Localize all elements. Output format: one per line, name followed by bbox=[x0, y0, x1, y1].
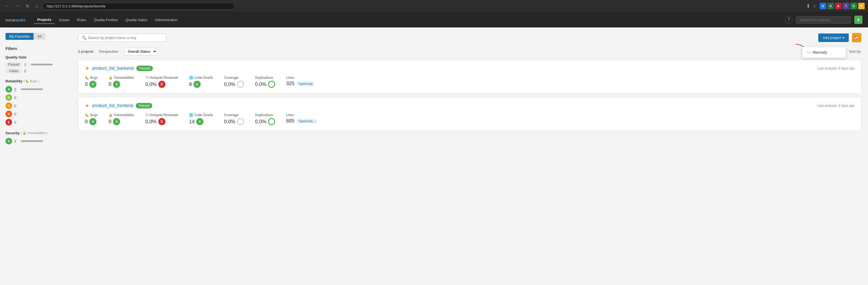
nav-links: Projects Issues Rules Quality Profiles Q… bbox=[34, 16, 181, 24]
nav-quality-profiles[interactable]: Quality Profiles bbox=[91, 16, 121, 24]
browser-actions: ⬆ ☆ bbox=[806, 3, 817, 9]
security-filter: Security ( 🔒 Vulnerabilities ) A 2 bbox=[5, 131, 66, 144]
logo: sonarqube bbox=[5, 17, 26, 22]
star-icon-0[interactable]: ★ bbox=[85, 65, 89, 71]
code-sort-icon: <> bbox=[807, 50, 811, 55]
hotspots-label-0: 🛡 Hotspots Reviewed bbox=[146, 76, 178, 80]
sidebar: My Favorites All Filters Quality Gate Pa… bbox=[0, 28, 71, 285]
main-layout: My Favorites All Filters Quality Gate Pa… bbox=[0, 28, 868, 285]
sort-manually-item[interactable]: <> Manually bbox=[802, 48, 846, 57]
project-status-0: Passed bbox=[136, 66, 153, 71]
ext-icon-4[interactable]: 7 bbox=[843, 3, 849, 9]
codesmells-label-0: 🌐 Code Smells bbox=[189, 76, 213, 80]
main-content: 🔍 Add project ▾ 🏠 2 projects Perspective… bbox=[71, 28, 868, 285]
share-icon[interactable]: ⬆ bbox=[806, 3, 810, 9]
bugs-icon-1: 🐛 bbox=[85, 113, 89, 117]
ext-icon-3[interactable]: A bbox=[835, 3, 842, 9]
hotspots-value-0: 0.0% E bbox=[146, 81, 178, 88]
project-card-header-0: ★ product_list_backend Passed Last analy… bbox=[85, 65, 855, 71]
metric-hotspots-0: 🛡 Hotspots Reviewed 0.0% E bbox=[146, 76, 178, 88]
metric-lines-0: Lines 325 TypeScript bbox=[286, 76, 315, 86]
metric-lines-1: Lines 685 TypeScript... bbox=[286, 113, 317, 124]
nav-administration[interactable]: Administration bbox=[152, 16, 181, 24]
dup-value-0: 0.0% bbox=[255, 81, 275, 88]
back-button[interactable]: ← bbox=[3, 2, 11, 10]
home-favorites-button[interactable]: 🏠 bbox=[852, 33, 861, 42]
metric-hotspots-1: 🛡 Hotspots Reviewed 0.0% E bbox=[146, 113, 178, 125]
lines-value-1: 685 TypeScript... bbox=[286, 118, 317, 124]
nav-issues[interactable]: Issues bbox=[56, 16, 73, 24]
browser-extensions: G G A 7 S ⚙ bbox=[819, 3, 865, 9]
nav-rules[interactable]: Rules bbox=[74, 16, 89, 24]
last-analysis-0: Last analysis: 3 days ago bbox=[817, 66, 855, 70]
last-analysis-1: Last analysis: 3 days ago bbox=[817, 104, 855, 108]
reliability-grade-d[interactable]: D bbox=[5, 111, 12, 117]
navbar-search-input[interactable] bbox=[796, 16, 851, 24]
quality-gate-passed-bar bbox=[31, 64, 53, 65]
hotspots-label-1: 🛡 Hotspots Reviewed bbox=[146, 113, 178, 117]
project-card-0: ★ product_list_backend Passed Last analy… bbox=[78, 60, 861, 94]
quality-gate-passed-badge[interactable]: Passed bbox=[5, 62, 22, 67]
reliability-grade-e[interactable]: E bbox=[5, 119, 12, 126]
ext-icon-6[interactable]: ⚙ bbox=[858, 3, 865, 9]
ext-icon-5[interactable]: S bbox=[850, 3, 857, 9]
filters-title: Filters bbox=[5, 46, 66, 51]
user-avatar[interactable]: A bbox=[854, 16, 863, 24]
reliability-grade-b[interactable]: B bbox=[5, 94, 12, 101]
quality-gate-failed-count: 0 bbox=[24, 69, 29, 73]
metric-dup-1: Duplications 0.0% bbox=[255, 113, 275, 125]
reliability-grade-a[interactable]: A bbox=[5, 86, 12, 93]
refresh-button[interactable]: ↻ bbox=[24, 2, 31, 10]
reliability-a-bar bbox=[21, 88, 43, 90]
quality-gate-failed-badge[interactable]: Failed bbox=[5, 69, 22, 74]
address-bar[interactable]: http://127.0.0.1:8084/projects/favorite bbox=[42, 3, 235, 10]
ext-icon-2[interactable]: G bbox=[827, 3, 834, 9]
help-icon[interactable]: ? bbox=[785, 16, 793, 24]
add-project-button[interactable]: Add project ▾ bbox=[818, 34, 849, 42]
browser-bar: ← → ↻ ⌂ http://127.0.0.1:8084/projects/f… bbox=[0, 0, 868, 12]
nav-projects[interactable]: Projects bbox=[34, 16, 55, 24]
metric-bugs-0: 🐛 Bugs 0 A bbox=[85, 76, 98, 88]
codesmells-grade-0: A bbox=[193, 81, 200, 88]
security-a-bar bbox=[21, 140, 43, 142]
my-favorites-button[interactable]: My Favorites bbox=[5, 33, 34, 40]
favorites-toggle: My Favorites All bbox=[5, 33, 66, 40]
sort-label: Sort by: bbox=[849, 49, 861, 54]
content-header: 🔍 Add project ▾ 🏠 bbox=[78, 33, 861, 42]
coverage-value-0: 0.0% bbox=[224, 81, 244, 88]
reliability-b-count: 0 bbox=[14, 96, 19, 100]
dup-value-1: 0.0% bbox=[255, 118, 275, 125]
reliability-grade-c[interactable]: C bbox=[5, 102, 12, 109]
forward-button[interactable]: → bbox=[14, 2, 22, 10]
dup-label-0: Duplications bbox=[255, 76, 275, 80]
reliability-c-row: C 0 bbox=[5, 102, 66, 109]
all-button[interactable]: All bbox=[34, 33, 45, 40]
nav-quality-gates[interactable]: Quality Gates bbox=[122, 16, 151, 24]
project-search-input[interactable] bbox=[88, 36, 162, 40]
star-icon-1[interactable]: ★ bbox=[85, 103, 89, 109]
codesmells-value-0: 8 A bbox=[189, 81, 213, 88]
star-bookmark-icon[interactable]: ☆ bbox=[812, 3, 817, 9]
vuln-value-0: 0 A bbox=[108, 81, 134, 88]
project-name-1[interactable]: product_list_frontend bbox=[92, 103, 133, 108]
security-title: Security ( 🔒 Vulnerabilities ) bbox=[5, 131, 66, 135]
hotspots-grade-0: E bbox=[158, 81, 165, 88]
reliability-a-count: 2 bbox=[14, 87, 19, 92]
bugs-icon-0: 🐛 bbox=[85, 76, 89, 80]
codesmells-value-1: 14 A bbox=[189, 118, 213, 125]
project-name-0[interactable]: product_list_backend bbox=[92, 66, 133, 71]
home-button[interactable]: ⌂ bbox=[34, 2, 40, 10]
bugs-value-0: 0 A bbox=[85, 81, 98, 88]
search-icon: 🔍 bbox=[82, 35, 86, 40]
logo-text: sonarqube bbox=[5, 17, 26, 22]
perspective-select[interactable]: Overall Status bbox=[124, 48, 157, 55]
security-grade-a[interactable]: A bbox=[5, 138, 12, 144]
hotspots-icon-0: 🛡 bbox=[146, 76, 149, 80]
reliability-d-count: 0 bbox=[14, 112, 19, 116]
ext-icon-1[interactable]: G bbox=[819, 3, 826, 9]
sort-manually-label: Manually bbox=[813, 50, 827, 55]
project-search-box[interactable]: 🔍 bbox=[78, 34, 166, 42]
lang-badge-0: TypeScript bbox=[296, 81, 315, 86]
project-card-header-1: ★ product_list_frontend Passed Last anal… bbox=[85, 103, 855, 109]
vuln-grade-0: A bbox=[113, 81, 120, 88]
